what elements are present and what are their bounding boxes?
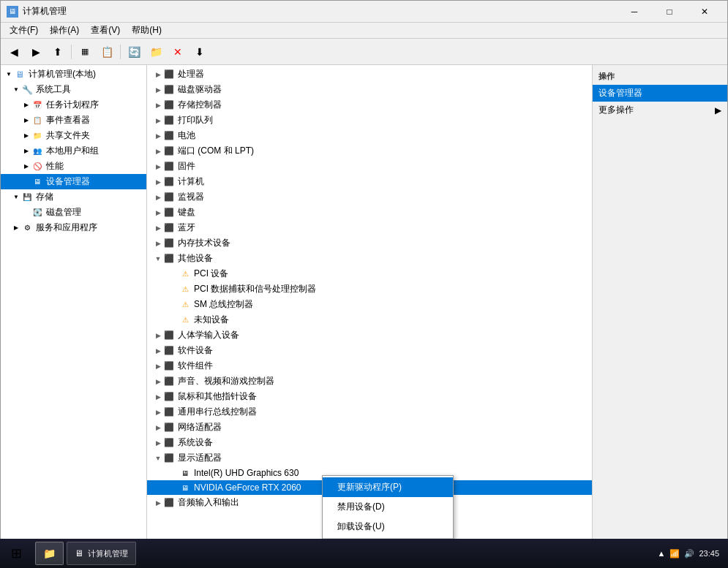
taskbar-item-comp-mgmt[interactable]: 🖥 计算机管理 <box>67 542 136 565</box>
show-hide-tree-button[interactable]: ▦ <box>75 42 95 62</box>
taskbar-item-file-explorer[interactable]: 📁 <box>35 542 64 565</box>
device-network[interactable]: ▶ ⬛ 网络适配器 <box>147 420 592 435</box>
expand-display[interactable]: ▼ <box>153 453 163 463</box>
expand-icon-disk[interactable] <box>21 208 31 218</box>
device-display-adapter[interactable]: ▼ ⬛ 显示适配器 <box>147 450 592 466</box>
expand-network[interactable]: ▶ <box>153 423 163 433</box>
expand-icon-shared[interactable]: ▶ <box>21 131 31 141</box>
device-pci-data[interactable]: ⚠ PCI 数据捕获和信号处理控制器 <box>147 281 592 297</box>
context-menu-uninstall-device[interactable]: 卸载设备(U) <box>323 517 453 537</box>
menu-file[interactable]: 文件(F) <box>4 23 44 38</box>
expand-battery[interactable]: ▶ <box>153 131 163 141</box>
device-memory-tech[interactable]: ▶ ⬛ 内存技术设备 <box>147 235 592 251</box>
expand-icon-event[interactable]: ▶ <box>21 116 31 126</box>
device-hid[interactable]: ▶ ⬛ 人体学输入设备 <box>147 327 592 343</box>
expand-icon-users[interactable]: ▶ <box>21 146 31 156</box>
start-button[interactable]: ⊞ <box>0 539 32 568</box>
expand-memory-tech[interactable]: ▶ <box>153 238 163 249</box>
device-keyboard[interactable]: ▶ ⬛ 键盘 <box>147 205 592 220</box>
expand-audio-io[interactable]: ▶ <box>153 498 163 508</box>
event-icon: 📋 <box>31 115 43 126</box>
tree-item-services[interactable]: ▶ ⚙ 服务和应用程序 <box>1 220 146 235</box>
tree-item-disk-mgmt[interactable]: 💽 磁盘管理 <box>1 205 146 220</box>
context-menu-disable-device[interactable]: 禁用设备(D) <box>323 497 453 517</box>
refresh-button[interactable]: 🔄 <box>124 42 144 62</box>
device-computer[interactable]: ▶ ⬛ 计算机 <box>147 174 592 189</box>
expand-softcomp[interactable]: ▶ <box>153 361 163 371</box>
expand-processor[interactable]: ▶ <box>153 69 163 80</box>
device-other[interactable]: ▼ ⬛ 其他设备 <box>147 251 592 266</box>
expand-usb[interactable]: ▶ <box>153 407 163 417</box>
device-print[interactable]: ▶ ⬛ 打印队列 <box>147 113 592 128</box>
expand-icon-services[interactable]: ▶ <box>11 223 21 233</box>
tree-item-device-manager[interactable]: 🖥 设备管理器 <box>1 174 146 189</box>
tree-item-local-users[interactable]: ▶ 👥 本地用户和组 <box>1 143 146 159</box>
menu-help[interactable]: 帮助(H) <box>126 23 168 38</box>
expand-keyboard[interactable]: ▶ <box>153 208 163 218</box>
device-sm-bus[interactable]: ⚠ SM 总线控制器 <box>147 297 592 312</box>
device-softcomp[interactable]: ▶ ⬛ 软件组件 <box>147 358 592 374</box>
device-system[interactable]: ▶ ⬛ 系统设备 <box>147 435 592 450</box>
device-monitor[interactable]: ▶ ⬛ 监视器 <box>147 189 592 205</box>
toolbar: ◀ ▶ ⬆ ▦ 📋 🔄 📁 ✕ ⬇ <box>1 39 727 65</box>
export-button[interactable]: 📁 <box>146 42 166 62</box>
device-processor[interactable]: ▶ ⬛ 处理器 <box>147 67 592 82</box>
device-disk-drive[interactable]: ▶ ⬛ 磁盘驱动器 <box>147 82 592 97</box>
expand-mouse[interactable]: ▶ <box>153 392 163 402</box>
expand-print[interactable]: ▶ <box>153 116 163 126</box>
menu-view[interactable]: 查看(V) <box>85 23 126 38</box>
tree-item-root[interactable]: ▼ 🖥 计算机管理(本地) <box>1 67 146 82</box>
expand-icon-root[interactable]: ▼ <box>4 69 14 80</box>
expand-icon-devmgr[interactable] <box>21 177 31 187</box>
device-mouse[interactable]: ▶ ⬛ 鼠标和其他指针设备 <box>147 389 592 404</box>
download-button[interactable]: ⬇ <box>189 42 210 62</box>
expand-audio[interactable]: ▶ <box>153 376 163 387</box>
expand-firmware[interactable]: ▶ <box>153 162 163 172</box>
back-button[interactable]: ◀ <box>4 42 24 62</box>
expand-storage-ctrl[interactable]: ▶ <box>153 100 163 110</box>
sm-bus-warning-icon: ⚠ <box>179 299 191 311</box>
expand-icon-storage[interactable]: ▼ <box>11 192 21 202</box>
expand-system[interactable]: ▶ <box>153 438 163 448</box>
expand-icon-perf[interactable]: ▶ <box>21 162 31 172</box>
device-label-computer: 计算机 <box>178 175 204 188</box>
device-battery[interactable]: ▶ ⬛ 电池 <box>147 128 592 143</box>
properties-button[interactable]: 📋 <box>97 42 117 62</box>
expand-other[interactable]: ▼ <box>153 254 163 264</box>
expand-hid[interactable]: ▶ <box>153 330 163 341</box>
device-storage-ctrl[interactable]: ▶ ⬛ 存储控制器 <box>147 97 592 113</box>
expand-disk-drive[interactable]: ▶ <box>153 85 163 95</box>
tree-item-event-viewer[interactable]: ▶ 📋 事件查看器 <box>1 113 146 128</box>
menu-action[interactable]: 操作(A) <box>44 23 85 38</box>
up-button[interactable]: ⬆ <box>48 42 68 62</box>
right-panel-selected-item[interactable]: 设备管理器 <box>593 85 727 102</box>
device-firmware[interactable]: ▶ ⬛ 固件 <box>147 159 592 174</box>
expand-monitor[interactable]: ▶ <box>153 192 163 202</box>
maximize-button[interactable]: □ <box>653 1 686 23</box>
device-usb[interactable]: ▶ ⬛ 通用串行总线控制器 <box>147 404 592 420</box>
device-software[interactable]: ▶ ⬛ 软件设备 <box>147 343 592 358</box>
device-pci[interactable]: ⚠ PCI 设备 <box>147 266 592 281</box>
device-label-port: 端口 (COM 和 LPT) <box>178 145 254 157</box>
context-menu-update-driver[interactable]: 更新驱动程序(P) <box>323 477 453 497</box>
expand-icon-task[interactable]: ▶ <box>21 100 31 110</box>
right-panel-more-actions[interactable]: 更多操作 ▶ <box>593 102 727 118</box>
expand-icon-system-tools[interactable]: ▼ <box>11 85 21 95</box>
tree-item-storage[interactable]: ▼ 💾 存储 <box>1 189 146 205</box>
expand-software[interactable]: ▶ <box>153 346 163 356</box>
forward-button[interactable]: ▶ <box>26 42 46 62</box>
tree-item-performance[interactable]: ▶ 🚫 性能 <box>1 159 146 174</box>
device-bluetooth[interactable]: ▶ ⬛ 蓝牙 <box>147 220 592 235</box>
tree-item-system-tools[interactable]: ▼ 🔧 系统工具 <box>1 82 146 97</box>
expand-port[interactable]: ▶ <box>153 146 163 156</box>
device-unknown[interactable]: ⚠ 未知设备 <box>147 312 592 327</box>
device-port[interactable]: ▶ ⬛ 端口 (COM 和 LPT) <box>147 143 592 159</box>
minimize-button[interactable]: ─ <box>618 1 651 23</box>
close-button[interactable]: ✕ <box>688 1 721 23</box>
expand-computer[interactable]: ▶ <box>153 177 163 187</box>
device-audio[interactable]: ▶ ⬛ 声音、视频和游戏控制器 <box>147 374 592 389</box>
tree-item-shared-folders[interactable]: ▶ 📁 共享文件夹 <box>1 128 146 143</box>
expand-bluetooth[interactable]: ▶ <box>153 223 163 233</box>
delete-button[interactable]: ✕ <box>168 42 188 62</box>
tree-item-task-scheduler[interactable]: ▶ 📅 任务计划程序 <box>1 97 146 113</box>
